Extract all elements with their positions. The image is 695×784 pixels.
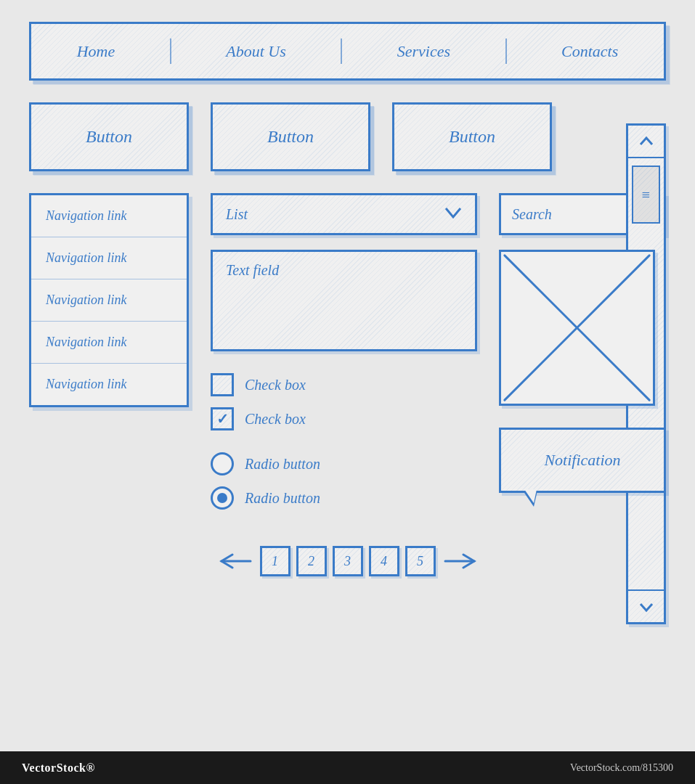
radio-2-label: Radio button bbox=[245, 490, 320, 507]
nav-link-1[interactable]: Navigation link bbox=[31, 195, 187, 237]
notification-bubble: Notification bbox=[499, 428, 666, 493]
page-2[interactable]: 2 bbox=[296, 546, 327, 576]
pagination: 1 2 3 4 5 bbox=[29, 546, 666, 576]
button-1-label: Button bbox=[86, 127, 132, 147]
page-3[interactable]: 3 bbox=[333, 546, 363, 576]
scrollbar-up-arrow[interactable] bbox=[628, 126, 664, 158]
scrollbar-down-arrow[interactable] bbox=[628, 589, 664, 622]
dropdown-label: List bbox=[226, 206, 248, 223]
text-field-label: Text field bbox=[226, 262, 279, 279]
nav-divider-1 bbox=[170, 38, 171, 64]
footer-url: VectorStock.com/815300 bbox=[570, 762, 673, 774]
button-3[interactable]: Button bbox=[392, 102, 552, 171]
page-4[interactable]: 4 bbox=[369, 546, 399, 576]
nav-divider-2 bbox=[341, 38, 342, 64]
footer-brand: VectorStock® bbox=[22, 761, 95, 775]
image-placeholder bbox=[499, 250, 655, 406]
nav-link-2[interactable]: Navigation link bbox=[31, 237, 187, 279]
checkboxes-section: Check box Check box bbox=[211, 373, 477, 430]
nav-item-about[interactable]: About Us bbox=[204, 42, 308, 61]
nav-item-home[interactable]: Home bbox=[55, 42, 137, 61]
button-3-label: Button bbox=[449, 127, 495, 147]
dropdown[interactable]: List bbox=[211, 193, 477, 235]
button-2-label: Button bbox=[267, 127, 314, 147]
page-1[interactable]: 1 bbox=[260, 546, 290, 576]
nav-link-4[interactable]: Navigation link bbox=[31, 322, 187, 364]
buttons-row: Button Button Button bbox=[29, 102, 666, 171]
radio-1[interactable]: Radio button bbox=[211, 452, 477, 475]
middle-section: Navigation link Navigation link Navigati… bbox=[29, 193, 666, 510]
button-2[interactable]: Button bbox=[211, 102, 370, 171]
radio-1-label: Radio button bbox=[245, 456, 320, 473]
text-field[interactable]: Text field bbox=[211, 250, 477, 351]
dropdown-arrow-icon bbox=[444, 206, 462, 223]
nav-divider-3 bbox=[505, 38, 507, 64]
pagination-prev-arrow[interactable] bbox=[218, 551, 254, 571]
pagination-next-arrow[interactable] bbox=[442, 551, 478, 571]
radio-2[interactable]: Radio button bbox=[211, 486, 477, 510]
page-5[interactable]: 5 bbox=[405, 546, 436, 576]
scrollbar-thumb[interactable]: ≡ bbox=[632, 166, 660, 224]
checkbox-2[interactable]: Check box bbox=[211, 407, 477, 430]
radio-section: Radio button Radio button bbox=[211, 452, 477, 510]
nav-link-5[interactable]: Navigation link bbox=[31, 364, 187, 405]
radio-2-circle[interactable] bbox=[211, 486, 234, 510]
notification-label: Notification bbox=[544, 451, 620, 470]
middle-column: List Text field Check box bbox=[211, 193, 477, 510]
radio-1-circle[interactable] bbox=[211, 452, 234, 475]
footer: VectorStock® VectorStock.com/815300 bbox=[0, 751, 695, 784]
checkbox-1[interactable]: Check box bbox=[211, 373, 477, 396]
nav-bar: Home About Us Services Contacts bbox=[29, 22, 666, 81]
nav-link-3[interactable]: Navigation link bbox=[31, 279, 187, 322]
checkbox-2-box[interactable] bbox=[211, 407, 234, 430]
nav-links-sidebar: Navigation link Navigation link Navigati… bbox=[29, 193, 189, 407]
nav-item-contacts[interactable]: Contacts bbox=[540, 42, 640, 61]
button-1[interactable]: Button bbox=[29, 102, 189, 171]
checkbox-1-label: Check box bbox=[245, 377, 306, 393]
checkbox-1-box[interactable] bbox=[211, 373, 234, 396]
checkbox-2-label: Check box bbox=[245, 411, 306, 428]
search-label: Search bbox=[512, 206, 552, 223]
nav-item-services[interactable]: Services bbox=[375, 42, 472, 61]
